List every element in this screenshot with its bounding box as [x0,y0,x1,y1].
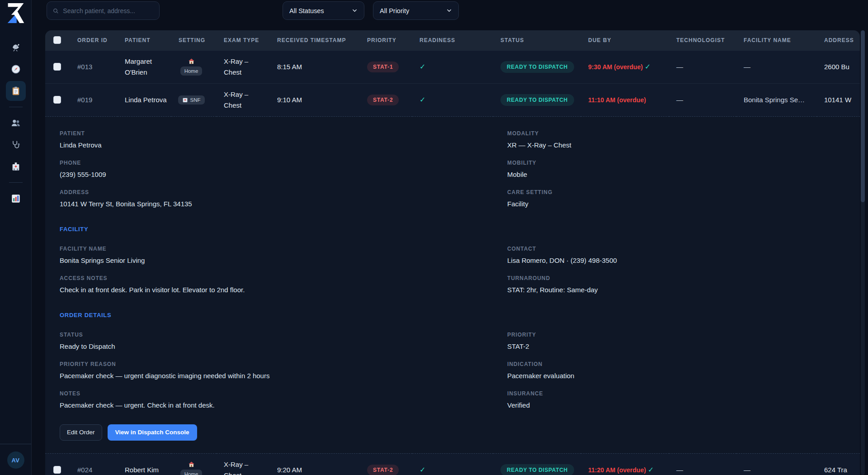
order-details-section-title: ORDER DETAILS [60,312,845,319]
row-checkbox[interactable] [53,466,61,474]
col-header-received: RECEIVED TIMESTAMP [270,30,360,50]
field-group-mobility: MOBILITY Mobile [507,160,845,179]
facility-name-cell: — [736,453,817,475]
sidebar-item-analytics[interactable] [6,189,26,209]
field-value: Check in at front desk. Park in visitor … [60,285,507,294]
order-row-013[interactable]: #013 Margaret O'Brien Home [45,50,860,83]
hospital-icon [182,97,188,103]
field-label: PATIENT [60,130,507,137]
field-value: (239) 555-1009 [60,170,507,179]
sidebar-item-clinical[interactable] [6,135,26,155]
readiness-check-icon: ✓ [420,96,425,104]
priority-badge: STAT-2 [367,95,399,105]
due-by-cell: 11:10 AM (overdue) [588,96,646,104]
sidebar-divider [0,444,31,444]
chevron-down-icon [352,8,358,14]
col-header-setting: SETTING [171,30,217,50]
view-in-dispatch-console-button[interactable]: View in Dispatch Console [108,424,197,441]
field-value: 10141 W Terry St, Bonita Springs, FL 341… [60,200,507,209]
bar-chart-icon [11,194,21,204]
orders-table: ORDER ID PATIENT SETTING EXAM TYPE RECEI… [45,30,860,475]
row-checkbox[interactable] [53,63,61,71]
priority-filter-value: All Priority [380,7,409,14]
setting-badge: SNF [178,95,205,104]
readiness-check-icon: ✓ [420,63,425,71]
sidebar: AV [0,0,32,475]
technologist-cell: — [669,50,736,83]
col-header-due-by: DUE BY [581,30,669,50]
field-group-contact: CONTACT Lisa Romero, DON · (239) 498-350… [507,246,845,265]
status-filter-dropdown[interactable]: All Statuses [283,1,364,20]
field-value: STAT: 2hr, Routine: Same-day [507,285,845,294]
app-logo[interactable] [6,2,26,26]
col-header-technologist: TECHNOLOGIST [669,30,736,50]
field-group-indication: INDICATION Pacemaker evaluation [507,361,845,380]
col-header-status: STATUS [493,30,581,50]
setting-cell: Home [179,461,204,475]
vertical-scrollbar[interactable] [861,30,865,475]
sidebar-item-dispatch-radar[interactable] [6,38,26,57]
row-checkbox[interactable] [53,96,61,104]
col-header-patient: PATIENT [118,30,171,50]
field-group-insurance: INSURANCE Verified [507,390,845,410]
priority-badge: STAT-2 [367,465,399,475]
field-value: Lisa Romero, DON · (239) 498-3500 [507,256,845,265]
facility-section: FACILITY NAME Bonita Springs Senior Livi… [60,246,845,304]
hospital-icon [11,162,21,171]
stethoscope-icon [11,140,21,150]
field-value: Facility [507,200,845,209]
field-value: Bonita Springs Senior Living [60,256,507,265]
sidebar-divider [9,182,23,183]
col-header-address: ADDRESS [817,30,860,50]
user-avatar[interactable]: AV [7,451,24,469]
field-label: ACCESS NOTES [60,275,507,282]
received-cell: 9:10 AM [270,83,360,116]
field-group-phone: PHONE (239) 555-1009 [60,160,507,179]
readiness-check-icon: ✓ [420,466,425,474]
setting-cell: SNF [179,95,204,104]
setting-badge: Home [180,470,203,475]
address-cell: 2600 Bu [817,50,860,83]
field-label: MOBILITY [507,160,845,166]
sidebar-item-patients[interactable] [6,113,26,133]
priority-filter-dropdown[interactable]: All Priority [373,1,459,20]
sidebar-item-facilities[interactable] [6,157,26,176]
field-label: INDICATION [507,361,845,368]
clipboard-icon [11,86,21,96]
field-group-patient: PATIENT Linda Petrova [60,130,507,150]
field-value: Verified [507,401,845,410]
search-input[interactable] [63,7,154,14]
field-label: MODALITY [507,130,845,137]
received-cell: 9:20 AM [270,453,360,475]
scrollbar-thumb[interactable] [861,30,865,202]
order-row-019[interactable]: #019 Linda Petrova SNF [45,83,860,116]
sidebar-item-orders[interactable] [6,81,26,101]
topbar: All Statuses All Priority [32,0,868,30]
sidebar-item-navigation[interactable] [6,59,26,79]
select-all-checkbox[interactable] [53,36,61,44]
due-check-icon: ✓ [645,63,651,71]
status-filter-value: All Statuses [289,7,324,14]
order-id-cell: #024 [70,453,118,475]
order-row-024[interactable]: #024 Robert Kim Home [45,453,860,475]
field-value: Pacemaker check — urgent diagnostic imag… [60,371,507,380]
setting-badge: Home [180,66,203,76]
exam-type-cell: X-Ray – Chest [217,453,270,475]
field-label: PRIORITY REASON [60,361,507,368]
edit-order-button[interactable]: Edit Order [60,424,102,441]
setting-cell: Home [179,58,204,76]
search-box [47,1,160,20]
col-header-readiness: READINESS [412,30,493,50]
order-detail-row: PATIENT Linda Petrova PHONE (239) 555-10… [45,116,860,453]
compass-icon [11,64,21,74]
field-value: XR — X-Ray – Chest [507,141,845,150]
app-root: AV All Statuses All Priority [0,0,868,475]
sidebar-nav [6,38,26,210]
field-group-status: STATUS Ready to Dispatch [60,332,507,351]
field-group-turnaround: TURNAROUND STAT: 2hr, Routine: Same-day [507,275,845,294]
field-group-access-notes: ACCESS NOTES Check in at front desk. Par… [60,275,507,294]
due-check-icon: ✓ [648,466,654,474]
due-by-cell: 11:20 AM (overdue) [588,466,646,474]
col-header-exam-type: EXAM TYPE [217,30,270,50]
technologist-cell: — [669,453,736,475]
